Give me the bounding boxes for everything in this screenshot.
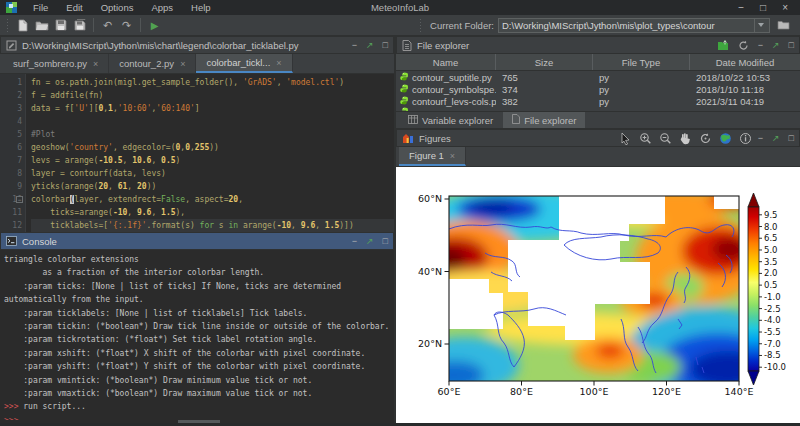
toolbar-separator [140,18,141,32]
menu-edit[interactable]: Edit [58,2,90,13]
line-number-gutter: 12345678910−1112 [0,74,26,232]
tab-variable-explorer[interactable]: Variable explorer [399,112,502,128]
rotate-button[interactable] [698,131,713,146]
zoom-in-button[interactable] [638,131,653,146]
panel-minimize-button[interactable]: − [758,133,763,143]
info-button[interactable] [738,131,753,146]
redo-button[interactable]: ↷ [117,17,136,34]
close-icon[interactable]: × [450,151,455,161]
globe-button[interactable] [718,131,733,146]
menu-apps[interactable]: Apps [143,2,181,13]
editor-tab-contour-2-py[interactable]: contour_2.py× [109,54,196,73]
panel-float-button[interactable]: ↗ [366,236,374,246]
code-line[interactable]: levs = arange(-10.5, 10.6, 0.5) [31,154,394,167]
panel-minimize-button[interactable]: − [352,236,357,246]
code-line[interactable]: ticklabels=['{:.1f}'.format(s) for s in … [31,219,394,232]
figure-canvas[interactable]: 60°E80°E100°E120°E140°E 60°N40°N20°N 9.5… [396,167,800,423]
console-output[interactable]: triangle colorbar extensions as a fracti… [0,250,394,420]
code-line[interactable]: #Plot [31,128,394,141]
code-line[interactable]: layer = contourf(data, levs) [31,167,394,180]
window-close-button[interactable]: × [782,0,788,15]
file-date-cell: 2021/3/11 04:19 [690,96,800,107]
panel-minimize-button[interactable]: − [352,40,357,50]
editor-tab-surf-sombrero-py[interactable]: surf_sombrero.py× [3,54,109,73]
y-tick-label: 20°N [418,338,442,349]
tab-figure-1[interactable]: Figure 1 × [399,147,466,166]
file-size-cell: 374 [496,84,593,95]
panel-float-button[interactable]: ↗ [366,40,374,50]
zoom-out-button[interactable] [658,131,673,146]
console-command-text: run script... [18,402,85,411]
column-header-name[interactable]: Name [396,54,496,70]
code-line[interactable]: yticks(arange(20, 61, 20)) [31,180,394,193]
zoom-out-icon [659,132,672,145]
undo-button[interactable]: ↶ [98,17,117,34]
toolbar-drag-handle[interactable] [419,18,423,32]
code-token: '60:140' [156,104,195,113]
fold-marker-icon[interactable]: − [16,196,23,203]
menu-options[interactable]: Options [93,2,142,13]
code-line[interactable]: f = addfile(fn) [31,89,394,102]
editor-tab-colorbar-tickl-[interactable]: colorbar_tickl...× [196,54,292,73]
current-folder-combobox[interactable]: D:\Working\MIScript\Jython\mis\plot_type… [498,18,770,33]
code-token: )) [147,182,157,191]
scrollbar-thumb[interactable] [178,420,220,423]
export-folder-icon[interactable] [717,40,729,51]
refresh-icon[interactable] [738,40,749,51]
editor-tabbar: surf_sombrero.py×contour_2.py×colorbar_t… [0,54,394,74]
pan-button[interactable] [678,131,693,146]
console-scrollbar[interactable] [0,420,394,423]
tab-file-explorer[interactable]: File explorer [503,112,585,128]
chevron-down-icon[interactable] [754,19,766,32]
code-text-area[interactable]: fn = os.path.join(migl.get_sample_folder… [26,74,394,232]
select-cursor-button[interactable] [618,131,633,146]
code-line[interactable] [31,115,394,128]
colorbar: 9.58.06.55.03.52.00.5-1.0-2.5-4.0-5.5-7.… [748,193,786,385]
panel-float-button[interactable]: ↗ [772,133,780,143]
open-file-button[interactable] [32,17,51,34]
python-file-icon [400,72,409,83]
colorbar-gradient-bar [748,207,759,371]
toolbar-drag-handle[interactable] [6,18,10,32]
code-line[interactable]: geoshow('country', edgecolor=(0,0,255)) [31,141,394,154]
code-line[interactable]: data = f['U'][0,1,'10:60','60:140'] [31,102,394,115]
code-line[interactable]: colorbar(layer, extendrect=False, aspect… [31,193,394,206]
browse-folder-button[interactable] [774,17,793,34]
menu-help[interactable]: Help [183,2,219,13]
python-file-icon [400,96,409,105]
code-line[interactable]: ticks=arange(-10, 9.6, 1.5), [31,206,394,219]
save-all-button[interactable] [70,17,89,34]
close-icon[interactable]: × [180,59,185,69]
close-icon[interactable]: × [276,58,281,68]
table-row[interactable]: contour_symbolspe...374py2018/1/10 11:18 [396,83,800,95]
window-maximize-button[interactable]: □ [760,0,766,15]
file-table-header: Name Size File Type Date Modified [396,54,800,71]
line-number: 9 [0,180,22,193]
panel-maximize-button[interactable]: □ [383,236,388,246]
run-script-button[interactable]: ▶ [145,17,164,34]
panel-minimize-button[interactable]: − [758,40,763,50]
code-editor[interactable]: 12345678910−1112 fn = os.path.join(migl.… [0,74,394,232]
panel-maximize-button[interactable]: □ [789,40,794,50]
menu-file[interactable]: File [25,2,56,13]
panel-maximize-button[interactable]: □ [789,133,794,143]
window-minimize-button[interactable]: − [738,0,744,15]
column-header-filetype[interactable]: File Type [593,54,690,70]
new-file-button[interactable] [13,17,32,34]
save-file-button[interactable] [51,17,70,34]
code-token: , [315,221,325,230]
table-row[interactable]: contour_suptitle.py765py2018/10/22 10:53 [396,71,800,83]
undo-icon: ↶ [103,19,112,32]
panel-float-button[interactable]: ↗ [772,40,780,50]
close-icon[interactable]: × [93,59,98,69]
code-token: ][ [89,104,99,113]
table-row[interactable]: contourf_levs-cols.py382py2021/3/11 04:1… [396,95,800,107]
console-line: :param ticklabels: [None | list of tickl… [4,307,390,320]
line-number: 3 [0,102,22,115]
column-header-datemodified[interactable]: Date Modified [690,54,800,70]
panel-maximize-button[interactable]: □ [383,40,388,50]
toolbar-separator [93,18,94,32]
python-file-icon [400,72,409,81]
column-header-size[interactable]: Size [496,54,593,70]
code-line[interactable]: fn = os.path.join(migl.get_sample_folder… [31,76,394,89]
